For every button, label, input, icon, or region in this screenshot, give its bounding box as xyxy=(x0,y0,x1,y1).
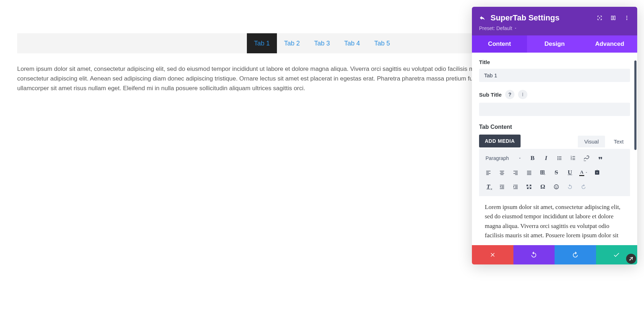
link-button[interactable] xyxy=(580,152,593,164)
tab-4[interactable]: Tab 4 xyxy=(337,33,367,53)
svg-rect-42 xyxy=(502,187,504,188)
columns-icon[interactable] xyxy=(610,15,616,21)
indent-button[interactable] xyxy=(509,181,522,193)
chevron-down-icon xyxy=(514,26,517,30)
align-center-button[interactable] xyxy=(496,167,508,178)
footer-redo-button[interactable] xyxy=(555,245,596,264)
title-field-group: Title xyxy=(479,59,630,82)
undo-button[interactable] xyxy=(564,181,576,193)
editor-toolbar: Paragraph B I 123 xyxy=(479,149,630,196)
svg-rect-0 xyxy=(599,18,600,19)
svg-rect-18 xyxy=(572,159,575,160)
title-input[interactable] xyxy=(479,69,630,82)
strikethrough-button[interactable]: S xyxy=(550,167,563,178)
snap-icon[interactable] xyxy=(596,15,603,21)
svg-rect-44 xyxy=(513,185,518,185)
panel-body: Title Sub Title ? Tab Content ADD MEDIA … xyxy=(472,53,637,245)
scrollbar[interactable] xyxy=(634,60,636,150)
settings-panel: SuperTab Settings Preset: Default Conten… xyxy=(472,7,637,264)
redo-button[interactable] xyxy=(577,181,590,193)
tab-2[interactable]: Tab 2 xyxy=(277,33,307,53)
underline-button[interactable]: U xyxy=(564,167,576,178)
outdent-button[interactable] xyxy=(496,181,508,193)
special-char-button[interactable]: Ω xyxy=(536,181,549,193)
panel-header: SuperTab Settings Preset: Default xyxy=(472,7,637,35)
svg-rect-25 xyxy=(500,173,504,174)
align-justify-button[interactable] xyxy=(523,167,536,178)
redo-icon xyxy=(572,251,579,258)
bold-button[interactable]: B xyxy=(526,152,539,164)
svg-rect-12 xyxy=(559,159,561,160)
svg-rect-24 xyxy=(501,172,503,172)
cancel-button[interactable] xyxy=(472,245,513,264)
svg-point-6 xyxy=(522,96,523,96)
options-icon[interactable] xyxy=(518,90,527,99)
svg-rect-30 xyxy=(515,174,518,175)
svg-rect-27 xyxy=(513,171,518,171)
italic-button[interactable]: I xyxy=(540,152,552,164)
tab-1[interactable]: Tab 1 xyxy=(247,33,277,53)
subtitle-input[interactable] xyxy=(479,103,630,116)
svg-rect-20 xyxy=(486,172,489,172)
undo-icon xyxy=(530,251,537,258)
table-button[interactable] xyxy=(536,167,549,178)
fullscreen-button[interactable] xyxy=(523,181,536,193)
tab-5[interactable]: Tab 5 xyxy=(367,33,397,53)
back-icon[interactable] xyxy=(479,15,486,21)
panel-title: SuperTab Settings xyxy=(491,13,560,23)
svg-rect-8 xyxy=(559,156,561,157)
svg-rect-16 xyxy=(572,158,575,158)
numbered-list-button[interactable]: 123 xyxy=(567,152,580,164)
chevron-down-icon xyxy=(518,156,522,160)
footer-undo-button[interactable] xyxy=(513,245,555,264)
svg-rect-45 xyxy=(515,186,518,186)
svg-point-1 xyxy=(626,16,628,17)
svg-rect-33 xyxy=(527,173,531,174)
blockquote-button[interactable] xyxy=(594,152,607,164)
svg-point-4 xyxy=(522,93,523,94)
paste-text-button[interactable]: T xyxy=(591,167,604,178)
svg-rect-28 xyxy=(515,172,518,172)
bullet-list-button[interactable] xyxy=(553,152,566,164)
preset-label: Preset: Default xyxy=(479,25,512,31)
svg-rect-23 xyxy=(500,171,504,171)
svg-point-48 xyxy=(554,185,558,189)
svg-point-3 xyxy=(626,19,628,20)
tab-content-heading: Tab Content xyxy=(479,124,630,130)
svg-text:3: 3 xyxy=(571,159,572,160)
panel-tabs: Content Design Advanced xyxy=(472,35,637,53)
emoji-button[interactable] xyxy=(550,181,563,193)
text-color-button[interactable]: A xyxy=(577,167,590,178)
resize-handle[interactable] xyxy=(626,254,636,264)
svg-rect-19 xyxy=(486,171,491,171)
svg-point-5 xyxy=(522,94,523,95)
clear-format-button[interactable]: T× xyxy=(482,181,495,193)
check-icon xyxy=(613,251,620,258)
align-right-button[interactable] xyxy=(509,167,522,178)
svg-rect-10 xyxy=(559,158,561,158)
svg-rect-22 xyxy=(486,174,489,175)
align-left-button[interactable] xyxy=(482,167,495,178)
svg-rect-43 xyxy=(500,189,504,189)
editor-mode-visual[interactable]: Visual xyxy=(578,136,605,147)
svg-rect-32 xyxy=(527,172,531,172)
add-media-button[interactable]: ADD MEDIA xyxy=(479,135,521,147)
preset-selector[interactable]: Preset: Default xyxy=(479,25,630,31)
svg-rect-31 xyxy=(527,171,531,171)
panel-tab-content[interactable]: Content xyxy=(472,35,527,53)
svg-rect-21 xyxy=(486,173,491,174)
format-select[interactable]: Paragraph xyxy=(482,153,525,163)
editor-content[interactable]: Lorem ipsum dolor sit amet, consectetur … xyxy=(479,196,630,245)
editor-mode-text[interactable]: Text xyxy=(607,136,630,147)
svg-point-50 xyxy=(557,186,557,187)
panel-tab-design[interactable]: Design xyxy=(527,35,582,53)
panel-footer xyxy=(472,245,637,264)
help-icon[interactable]: ? xyxy=(505,90,514,99)
svg-rect-29 xyxy=(513,173,518,174)
svg-point-11 xyxy=(557,159,558,160)
more-icon[interactable] xyxy=(624,15,630,21)
tab-3[interactable]: Tab 3 xyxy=(307,33,337,53)
panel-tab-advanced[interactable]: Advanced xyxy=(582,35,637,53)
title-label: Title xyxy=(479,59,630,65)
svg-point-9 xyxy=(557,158,558,159)
